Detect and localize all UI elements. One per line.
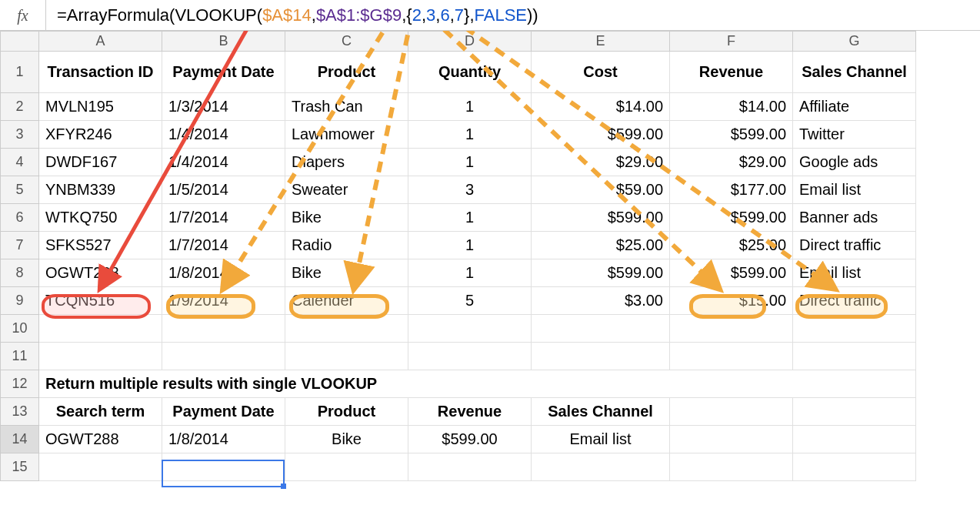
cell-A2[interactable]: MVLN195 (39, 93, 162, 121)
cell-C2[interactable]: Trash Can (285, 93, 408, 121)
col-header-D[interactable]: D (408, 32, 532, 52)
cell-A9[interactable]: TCQN516 (39, 287, 162, 315)
cell-B2[interactable]: 1/3/2014 (162, 93, 285, 121)
cell-E1[interactable]: Cost (532, 52, 670, 93)
cell-F1[interactable]: Revenue (670, 52, 793, 93)
col-header-A[interactable]: A (39, 32, 162, 52)
cell-C3[interactable]: Lawnmower (285, 121, 408, 149)
cell-D9[interactable]: 5 (408, 287, 532, 315)
row-header-3[interactable]: 3 (1, 121, 39, 149)
cell-E6[interactable]: $599.00 (532, 204, 670, 232)
row-header-15[interactable]: 15 (1, 453, 39, 481)
spreadsheet-grid[interactable]: A B C D E F G 1 Transaction ID Payment D… (0, 31, 980, 481)
cell-C1[interactable]: Product (285, 52, 408, 93)
cell-A1[interactable]: Transaction ID (39, 52, 162, 93)
cell-B8[interactable]: 1/8/2014 (162, 259, 285, 287)
cell-A3[interactable]: XFYR246 (39, 121, 162, 149)
cell-G15[interactable] (793, 453, 916, 481)
cell-F10[interactable] (670, 315, 793, 343)
cell-A15[interactable] (39, 453, 162, 481)
col-header-E[interactable]: E (532, 32, 670, 52)
col-header-C[interactable]: C (285, 32, 408, 52)
cell-B4[interactable]: 1/4/2014 (162, 149, 285, 176)
cell-C6[interactable]: Bike (285, 204, 408, 232)
cell-E13[interactable]: Sales Channel (532, 398, 670, 426)
cell-A11[interactable] (39, 343, 162, 370)
cell-F2[interactable]: $14.00 (670, 93, 793, 121)
row-header-9[interactable]: 9 (1, 287, 39, 315)
cell-F7[interactable]: $25.00 (670, 232, 793, 259)
cell-B9[interactable]: 1/9/2014 (162, 287, 285, 315)
cell-B3[interactable]: 1/4/2014 (162, 121, 285, 149)
row-header-6[interactable]: 6 (1, 204, 39, 232)
cell-A6[interactable]: WTKQ750 (39, 204, 162, 232)
cell-C4[interactable]: Diapers (285, 149, 408, 176)
cell-C10[interactable] (285, 315, 408, 343)
cell-A7[interactable]: SFKS527 (39, 232, 162, 259)
cell-B14[interactable]: 1/8/2014 (162, 426, 285, 453)
cell-D5[interactable]: 3 (408, 176, 532, 204)
cell-G2[interactable]: Affiliate (793, 93, 916, 121)
cell-F6[interactable]: $599.00 (670, 204, 793, 232)
col-header-G[interactable]: G (793, 32, 916, 52)
cell-C5[interactable]: Sweater (285, 176, 408, 204)
cell-G4[interactable]: Google ads (793, 149, 916, 176)
cell-B5[interactable]: 1/5/2014 (162, 176, 285, 204)
cell-A4[interactable]: DWDF167 (39, 149, 162, 176)
cell-D7[interactable]: 1 (408, 232, 532, 259)
cell-F9[interactable]: $15.00 (670, 287, 793, 315)
cell-E14[interactable]: Email list (532, 426, 670, 453)
cell-G8[interactable]: Email list (793, 259, 916, 287)
cell-D1[interactable]: Quantity (408, 52, 532, 93)
row-header-10[interactable]: 10 (1, 315, 39, 343)
cell-G13[interactable] (793, 398, 916, 426)
cell-D15[interactable] (408, 453, 532, 481)
row-header-2[interactable]: 2 (1, 93, 39, 121)
col-header-B[interactable]: B (162, 32, 285, 52)
cell-G9[interactable]: Direct traffic (793, 287, 916, 315)
row-header-14[interactable]: 14 (1, 426, 39, 453)
cell-B13[interactable]: Payment Date (162, 398, 285, 426)
cell-G6[interactable]: Banner ads (793, 204, 916, 232)
cell-G1[interactable]: Sales Channel (793, 52, 916, 93)
cell-B6[interactable]: 1/7/2014 (162, 204, 285, 232)
fill-handle[interactable] (281, 484, 286, 489)
cell-A13[interactable]: Search term (39, 398, 162, 426)
cell-D10[interactable] (408, 315, 532, 343)
cell-E15[interactable] (532, 453, 670, 481)
formula-input[interactable]: =ArrayFormula(VLOOKUP($A$14,$A$1:$G$9,{2… (46, 5, 980, 25)
cell-D3[interactable]: 1 (408, 121, 532, 149)
cell-D6[interactable]: 1 (408, 204, 532, 232)
cell-E2[interactable]: $14.00 (532, 93, 670, 121)
cell-C9[interactable]: Calender (285, 287, 408, 315)
cell-D4[interactable]: 1 (408, 149, 532, 176)
cell-B11[interactable] (162, 343, 285, 370)
cell-A12-section-title[interactable]: Return multiple results with single VLOO… (39, 370, 916, 398)
cell-A14[interactable]: OGWT288 (39, 426, 162, 453)
cell-E7[interactable]: $25.00 (532, 232, 670, 259)
cell-F5[interactable]: $177.00 (670, 176, 793, 204)
cell-F4[interactable]: $29.00 (670, 149, 793, 176)
cell-C14[interactable]: Bike (285, 426, 408, 453)
row-header-1[interactable]: 1 (1, 52, 39, 93)
cell-B15[interactable] (162, 453, 285, 481)
cell-B1[interactable]: Payment Date (162, 52, 285, 93)
cell-D11[interactable] (408, 343, 532, 370)
cell-C8[interactable]: Bike (285, 259, 408, 287)
cell-E3[interactable]: $599.00 (532, 121, 670, 149)
cell-E10[interactable] (532, 315, 670, 343)
cell-C11[interactable] (285, 343, 408, 370)
cell-C15[interactable] (285, 453, 408, 481)
cell-B10[interactable] (162, 315, 285, 343)
cell-F15[interactable] (670, 453, 793, 481)
cell-C7[interactable]: Radio (285, 232, 408, 259)
cell-D13[interactable]: Revenue (408, 398, 532, 426)
cell-F8[interactable]: $599.00 (670, 259, 793, 287)
cell-E8[interactable]: $599.00 (532, 259, 670, 287)
cell-G11[interactable] (793, 343, 916, 370)
row-header-7[interactable]: 7 (1, 232, 39, 259)
cell-E9[interactable]: $3.00 (532, 287, 670, 315)
cell-D14[interactable]: $599.00 (408, 426, 532, 453)
row-header-12[interactable]: 12 (1, 370, 39, 398)
cell-C13[interactable]: Product (285, 398, 408, 426)
